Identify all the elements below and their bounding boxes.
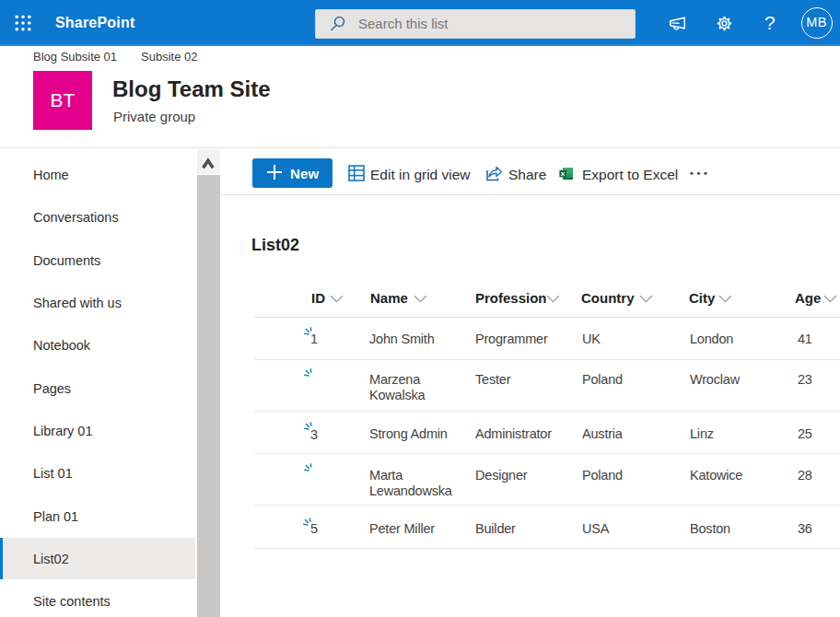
- svg-text:x: x: [561, 169, 566, 178]
